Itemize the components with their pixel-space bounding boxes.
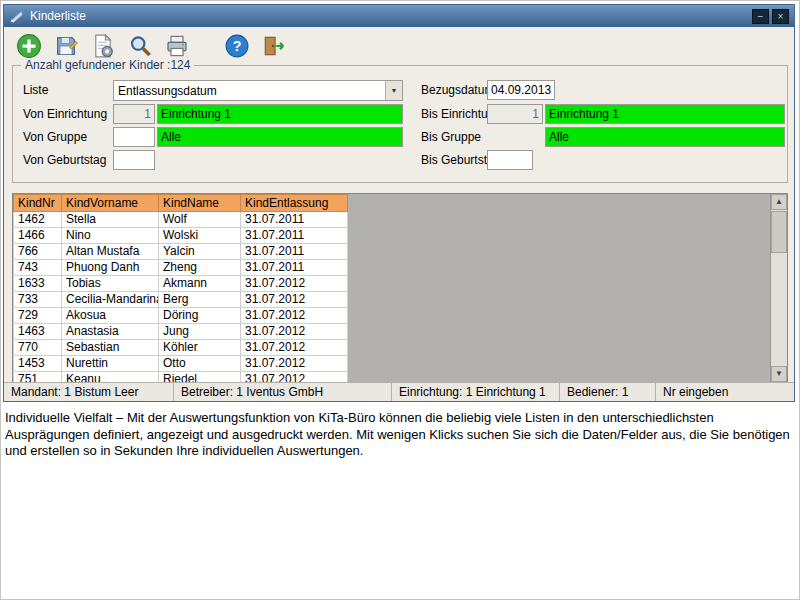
von-einrichtung-name-field[interactable] [157,104,403,124]
status-bar: Mandant: 1 Bistum LeerBetreiber: 1 Ivent… [4,382,794,401]
grid-cell: Wolf [159,212,241,228]
column-header[interactable]: KindEntlassung [241,195,348,212]
bis-einrichtung-nr-input[interactable] [487,104,543,124]
von-gruppe-name-field[interactable] [157,127,403,147]
liste-dropdown-value: Entlassungsdatum [114,84,385,98]
grid-cell: 31.07.2011 [241,260,348,276]
grid-row[interactable]: 743Phuong DanhZheng31.07.2011 [14,260,348,276]
column-header[interactable]: KindName [159,195,241,212]
printer-icon [165,34,189,58]
grid-cell: 766 [14,244,62,260]
liste-dropdown[interactable]: Entlassungsdatum ▼ [113,80,403,101]
document-gear-icon [91,34,115,58]
title-bar[interactable]: Kinderliste − × [4,5,794,27]
grid-cell: 31.07.2012 [241,356,348,372]
grid-cell: Döring [159,308,241,324]
help-icon: ? [225,34,249,58]
grid-cell: 31.07.2012 [241,292,348,308]
grid-cell: 1466 [14,228,62,244]
children-grid: KindNrKindVornameKindNameKindEntlassung … [12,193,788,383]
grid-cell: Zheng [159,260,241,276]
grid-row[interactable]: 770SebastianKöhler31.07.2012 [14,340,348,356]
grid-cell: 733 [14,292,62,308]
status-item: Nr eingeben [656,383,794,401]
search-icon [128,34,152,58]
print-button[interactable] [162,31,192,61]
grid-row[interactable]: 1462StellaWolf31.07.2011 [14,212,348,228]
grid-header-row: KindNrKindVornameKindNameKindEntlassung [14,195,348,212]
grid-cell: Jung [159,324,241,340]
von-einrichtung-nr-input[interactable] [113,104,155,124]
app-window: Kinderliste − × [3,4,795,402]
grid-cell: 31.07.2011 [241,244,348,260]
von-geburtstag-label: Von Geburtstag [23,153,106,167]
von-einrichtung-label: Von Einrichtung [23,107,107,121]
grid-body: 1462StellaWolf31.07.20111466NinoWolski31… [14,212,348,384]
von-gruppe-nr-input[interactable] [113,127,155,147]
grid-row[interactable]: 1453NurettinOtto31.07.2012 [14,356,348,372]
caption-text: Individuelle Vielfalt – Mit der Auswertu… [5,410,793,460]
grid-cell: 31.07.2011 [241,228,348,244]
exit-door-icon [262,34,286,58]
app-icon [9,9,24,24]
bis-gruppe-label: Bis Gruppe [421,130,481,144]
save-icon [54,34,78,58]
grid-cell: 31.07.2012 [241,276,348,292]
search-button[interactable] [125,31,155,61]
grid-cell: Stella [62,212,159,228]
liste-label: Liste [23,83,48,97]
add-button[interactable] [14,31,44,61]
scroll-up-icon[interactable]: ▲ [771,194,787,210]
grid-row[interactable]: 1466NinoWolski31.07.2011 [14,228,348,244]
grid-cell: 1633 [14,276,62,292]
grid-cell: Tobias [62,276,159,292]
window-title: Kinderliste [30,9,749,23]
grid-row[interactable]: 729AkosuaDöring31.07.2012 [14,308,348,324]
help-button[interactable]: ? [222,31,252,61]
minimize-button[interactable]: − [752,9,769,24]
exit-button[interactable] [259,31,289,61]
chevron-down-icon[interactable]: ▼ [385,81,402,100]
scrollbar-thumb[interactable] [771,211,787,253]
status-item: Betreiber: 1 Iventus GmbH [174,383,392,401]
grid-cell: Wolski [159,228,241,244]
grid-table: KindNrKindVornameKindNameKindEntlassung … [13,194,348,383]
grid-cell: 31.07.2012 [241,324,348,340]
grid-cell: Sebastian [62,340,159,356]
column-header[interactable]: KindVorname [62,195,159,212]
grid-row[interactable]: 1463AnastasiaJung31.07.2012 [14,324,348,340]
grid-cell: Phuong Danh [62,260,159,276]
grid-cell: Altan Mustafa [62,244,159,260]
vertical-scrollbar[interactable]: ▲ ▼ [770,194,787,382]
grid-cell: Akmann [159,276,241,292]
column-header[interactable]: KindNr [14,195,62,212]
grid-row[interactable]: 733Cecilia-MandarinaBerg31.07.2012 [14,292,348,308]
save-button[interactable] [51,31,81,61]
grid-cell: 1453 [14,356,62,372]
grid-cell: Akosua [62,308,159,324]
grid-cell: 31.07.2012 [241,340,348,356]
grid-cell: 31.07.2011 [241,212,348,228]
grid-cell: Nurettin [62,356,159,372]
grid-row[interactable]: 1633TobiasAkmann31.07.2012 [14,276,348,292]
bis-einrichtung-name-field[interactable] [545,104,785,124]
grid-cell: Köhler [159,340,241,356]
grid-cell: 743 [14,260,62,276]
grid-cell: Nino [62,228,159,244]
grid-row[interactable]: 766Altan MustafaYalcin31.07.2011 [14,244,348,260]
von-geburtstag-input[interactable] [113,150,155,170]
grid-cell: 729 [14,308,62,324]
filter-groupbox: Anzahl gefundener Kinder :124 Liste Entl… [12,65,788,183]
von-gruppe-label: Von Gruppe [23,130,87,144]
bezugsdatum-label: Bezugsdatum [421,83,494,97]
bezugsdatum-input[interactable] [487,80,555,100]
bis-gruppe-name-field[interactable] [545,127,785,147]
close-button[interactable]: × [772,9,789,24]
grid-cell: Anastasia [62,324,159,340]
grid-cell: 31.07.2012 [241,308,348,324]
scroll-down-icon[interactable]: ▼ [771,366,787,382]
export-settings-button[interactable] [88,31,118,61]
bis-geburtstag-input[interactable] [487,150,533,170]
grid-cell: Cecilia-Mandarina [62,292,159,308]
status-item: Mandant: 1 Bistum Leer [4,383,174,401]
